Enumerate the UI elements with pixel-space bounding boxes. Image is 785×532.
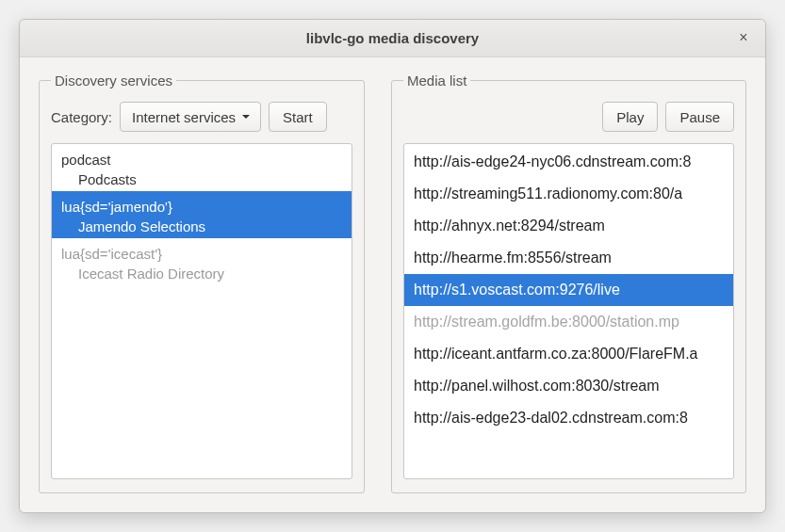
discovery-tree-item-name: podcast [61,150,342,169]
media-list-item[interactable]: http://s1.voscast.com:9276/live [404,274,733,306]
start-button[interactable]: Start [269,102,327,132]
content-area: Discovery services Category: Internet se… [20,57,765,512]
category-row: Category: Internet services Start [51,102,352,132]
discovery-tree-item[interactable]: lua{sd='jamendo'}Jamendo Selections [52,191,352,238]
category-label: Category: [51,109,112,125]
window-title: libvlc-go media discovery [306,30,479,46]
discovery-services-legend: Discovery services [51,73,176,89]
category-combobox-value: Internet services [132,109,236,125]
discovery-tree[interactable]: podcastPodcastslua{sd='jamendo'}Jamendo … [51,143,352,479]
discovery-tree-item-name: lua{sd='jamendo'} [61,197,342,217]
main-window: libvlc-go media discovery × Discovery se… [19,19,766,513]
media-list-legend: Media list [403,73,470,89]
play-button[interactable]: Play [602,102,658,132]
discovery-services-group: Discovery services Category: Internet se… [39,73,365,493]
media-list-item[interactable]: http://ahnyx.net:8294/stream [404,210,733,242]
discovery-tree-item[interactable]: podcastPodcasts [52,144,352,191]
media-list-item[interactable]: http://iceant.antfarm.co.za:8000/FlareFM… [404,338,733,370]
media-list-item[interactable]: http://ais-edge23-dal02.cdnstream.com:8 [404,402,733,434]
close-icon: × [739,29,747,46]
media-list-item[interactable]: http://panel.wilhost.com:8030/stream [404,370,733,402]
media-list-item[interactable]: http://ais-edge24-nyc06.cdnstream.com:8 [404,146,733,178]
media-list-group: Media list Play Pause http://ais-edge24-… [391,73,746,493]
discovery-tree-item-name: lua{sd='icecast'} [61,244,342,264]
pause-button[interactable]: Pause [665,102,734,132]
discovery-tree-item-label: Podcasts [61,169,342,189]
media-list-item[interactable]: http://stream.goldfm.be:8000/station.mp [404,306,733,338]
discovery-tree-item-label: Jamendo Selections [61,217,342,236]
discovery-tree-item[interactable]: lua{sd='icecast'}Icecast Radio Directory [52,238,352,285]
close-button[interactable]: × [733,27,754,48]
titlebar: libvlc-go media discovery × [20,20,765,57]
category-combobox[interactable]: Internet services [120,102,261,132]
media-list-item[interactable]: http://hearme.fm:8556/stream [404,242,733,274]
discovery-tree-item-label: Icecast Radio Directory [61,264,342,283]
chevron-down-icon [241,112,251,121]
media-controls-row: Play Pause [403,102,734,132]
media-list[interactable]: http://ais-edge24-nyc06.cdnstream.com:8h… [403,143,734,479]
media-list-item[interactable]: http://streaming511.radionomy.com:80/a [404,178,733,210]
